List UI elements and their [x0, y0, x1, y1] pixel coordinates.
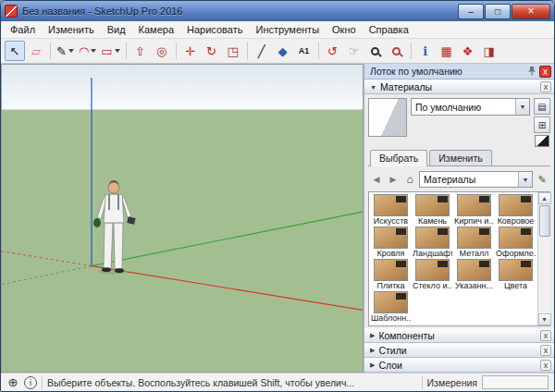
- material-category-tile[interactable]: Искусств: [371, 194, 411, 226]
- zoom-extents-icon: [392, 47, 401, 55]
- zoom-extents-button[interactable]: [387, 41, 407, 61]
- material-category-tile[interactable]: Металл: [454, 227, 494, 258]
- material-category-tile[interactable]: Стекло и...: [413, 259, 452, 290]
- collections-dropdown[interactable]: Материалы ▼: [419, 171, 533, 188]
- text-tool-button[interactable]: A1: [294, 41, 314, 61]
- material-folder-thumbnail: [457, 194, 491, 216]
- material-folder-thumbnail: [415, 194, 450, 216]
- material-name-combo[interactable]: По умолчанию ▼: [411, 98, 530, 116]
- menu-item-camera[interactable]: Камера: [132, 22, 180, 37]
- dropdown-arrow-icon[interactable]: [68, 49, 74, 53]
- push-pull-tool-button[interactable]: ⇧: [130, 41, 151, 61]
- materials-panel-close-button[interactable]: x: [540, 81, 551, 92]
- materials-panel-header[interactable]: ▼ Материалы x: [364, 80, 554, 94]
- collapsed-arrow-icon: ▶: [370, 347, 375, 354]
- statusbar-separator: [422, 376, 423, 389]
- send-to-layout-button[interactable]: ◨: [479, 41, 500, 61]
- dropdown-arrow-icon[interactable]: [115, 49, 120, 53]
- tape-measure-tool-button[interactable]: ╱: [252, 41, 272, 61]
- titlebar[interactable]: Без названия - SketchUp Pro 2016 – □ ×: [1, 1, 554, 21]
- zoom-tool-button[interactable]: [365, 41, 386, 61]
- layers-panel-close-button[interactable]: x: [540, 360, 551, 371]
- tray-close-button[interactable]: x: [539, 66, 551, 78]
- orbit-tool-button[interactable]: ↺: [323, 41, 343, 61]
- tray-header[interactable]: Лоток по умолчанию x: [364, 64, 554, 80]
- materials-panel-body: По умолчанию ▼ ▤ ⊞ Выбрать Изменить: [364, 94, 554, 328]
- material-category-tile[interactable]: Ковровое: [496, 194, 536, 226]
- rotate-tool-button[interactable]: ↻: [202, 41, 222, 61]
- geolocation-icon[interactable]: ⊕: [6, 376, 19, 389]
- move-icon: ✛: [185, 45, 195, 57]
- material-preview-thumbnail: [368, 98, 407, 137]
- move-tool-button[interactable]: ✛: [180, 41, 201, 61]
- create-material-button[interactable]: ⊞: [534, 116, 550, 133]
- warehouse-3d-button[interactable]: ▦: [437, 41, 457, 61]
- paint-bucket-tool-button[interactable]: ◆: [273, 41, 293, 61]
- menu-item-draw[interactable]: Нарисовать: [180, 22, 249, 37]
- styles-panel-header[interactable]: ▶ Стили x: [364, 343, 554, 358]
- eraser-tool-button[interactable]: ▱: [26, 41, 46, 61]
- sky: [2, 65, 363, 110]
- viewport[interactable]: [1, 64, 364, 373]
- scroll-down-icon[interactable]: ▼: [538, 313, 551, 325]
- model-info-button[interactable]: ℹ: [415, 41, 436, 61]
- measurements-input[interactable]: [482, 375, 549, 389]
- orbit-icon: ↺: [327, 45, 338, 57]
- materials-nav-row: ◀ ▶ ⌂ Материалы ▼ ✎: [368, 168, 550, 190]
- menu-item-edit[interactable]: Изменить: [42, 22, 101, 37]
- sample-paint-button[interactable]: ✎: [535, 172, 549, 187]
- extension-warehouse-button[interactable]: ❖: [458, 41, 478, 61]
- select-tool-button[interactable]: ↖: [5, 41, 25, 61]
- material-category-tile[interactable]: Плитка: [371, 259, 411, 290]
- menu-item-view[interactable]: Вид: [101, 22, 132, 37]
- dropdown-arrow-icon[interactable]: [91, 49, 96, 53]
- main-area: Лоток по умолчанию x ▼ Материалы x По ум…: [1, 64, 554, 373]
- material-category-tile[interactable]: Указанн...: [454, 259, 494, 290]
- info-icon[interactable]: i: [24, 376, 37, 389]
- material-category-tile[interactable]: Цвета: [496, 259, 536, 290]
- statusbar-separator: [42, 376, 43, 389]
- scroll-up-icon[interactable]: ▲: [538, 192, 551, 204]
- pan-tool-button[interactable]: ☞: [344, 41, 364, 61]
- combo-arrow-icon[interactable]: ▼: [518, 172, 532, 187]
- toolbar-separator: [318, 43, 319, 59]
- styles-panel-close-button[interactable]: x: [540, 345, 551, 356]
- default-tray: Лоток по умолчанию x ▼ Материалы x По ум…: [364, 64, 554, 373]
- close-button[interactable]: ×: [512, 4, 550, 19]
- arc-tool-button[interactable]: ◠: [77, 41, 98, 61]
- material-category-tile[interactable]: Шаблонн...: [371, 291, 411, 323]
- status-message: Выберите объекты. Воспользуйтесь клавише…: [47, 377, 417, 388]
- maximize-button[interactable]: □: [485, 4, 511, 19]
- material-category-tile[interactable]: Ландшафт: [413, 227, 452, 258]
- minimize-button[interactable]: –: [458, 4, 484, 19]
- material-category-tile[interactable]: Камень: [413, 194, 452, 226]
- pin-icon[interactable]: [527, 63, 536, 80]
- material-category-tile[interactable]: Кровля: [371, 227, 411, 258]
- material-category-tile[interactable]: Кирпич и...: [454, 194, 494, 226]
- secondary-pane-button[interactable]: ▤: [534, 98, 550, 115]
- materials-scrollbar[interactable]: ▲ ▼: [537, 192, 550, 325]
- forward-button[interactable]: ▶: [386, 172, 401, 187]
- layers-panel-header[interactable]: ▶ Слои x: [364, 358, 554, 373]
- menu-item-window[interactable]: Окно: [326, 22, 363, 37]
- material-category-tile[interactable]: Оформле...: [496, 227, 536, 258]
- components-panel-header[interactable]: ▶ Компоненты x: [364, 328, 554, 343]
- tab-select[interactable]: Выбрать: [370, 150, 427, 166]
- menu-item-file[interactable]: Файл: [4, 22, 42, 37]
- in-model-home-button[interactable]: ⌂: [402, 172, 417, 187]
- default-material-swatch[interactable]: [535, 135, 549, 147]
- offset-tool-button[interactable]: ◎: [152, 41, 172, 61]
- scrollbar-thumb[interactable]: [539, 205, 550, 237]
- scale-tool-button[interactable]: ◳: [223, 41, 243, 61]
- push-pull-icon: ⇧: [135, 45, 145, 57]
- menu-item-help[interactable]: Справка: [363, 22, 415, 37]
- current-material-name: По умолчанию: [412, 102, 515, 113]
- components-panel-close-button[interactable]: x: [540, 330, 551, 341]
- back-button[interactable]: ◀: [369, 172, 384, 187]
- menu-item-tools[interactable]: Инструменты: [249, 22, 326, 37]
- line-tool-button[interactable]: ✎: [55, 41, 76, 61]
- shapes-tool-button[interactable]: ▭: [99, 41, 121, 61]
- tray-title: Лоток по умолчанию: [370, 66, 524, 77]
- tab-edit[interactable]: Изменить: [429, 150, 491, 165]
- combo-arrow-icon[interactable]: ▼: [515, 99, 529, 115]
